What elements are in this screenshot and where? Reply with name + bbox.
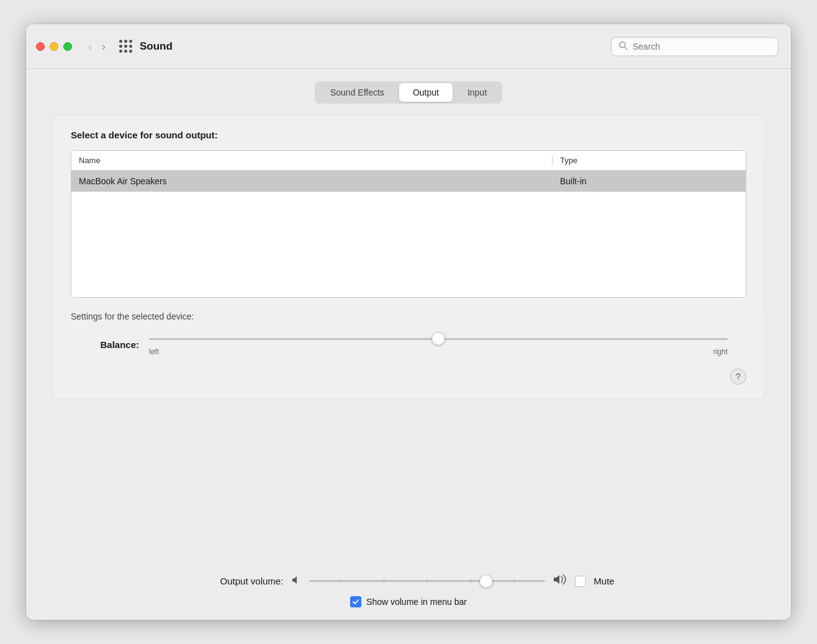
search-icon	[619, 41, 628, 51]
section-title: Select a device for sound output:	[71, 130, 746, 140]
volume-low-icon	[291, 575, 302, 588]
col-name-header: Name	[79, 156, 552, 165]
help-row: ?	[71, 369, 746, 385]
minimize-button[interactable]	[50, 42, 58, 51]
show-volume-label: Show volume in menu bar	[366, 597, 467, 607]
balance-slider-labels: left right	[149, 347, 728, 356]
output-volume-label: Output volume:	[202, 576, 283, 586]
balance-row: Balance: left right	[71, 333, 746, 356]
table-header: Name Type	[71, 151, 746, 171]
main-window: ‹ › Sound	[26, 24, 791, 620]
tabs-container: Sound Effects Output Input	[52, 81, 765, 104]
show-volume-checkbox[interactable]	[350, 596, 361, 607]
device-table: Name Type MacBook Air Speakers Built-in	[71, 150, 746, 298]
volume-row: Output volume:	[52, 573, 765, 589]
settings-section: Settings for the selected device: Balanc…	[71, 311, 746, 356]
table-empty-area	[71, 192, 746, 297]
search-input[interactable]	[633, 42, 770, 51]
tab-group: Sound Effects Output Input	[315, 81, 502, 104]
settings-label: Settings for the selected device:	[71, 311, 746, 321]
balance-left-label: left	[149, 347, 159, 356]
output-panel: Select a device for sound output: Name T…	[52, 115, 765, 400]
app-grid-dots	[119, 40, 132, 53]
mute-checkbox[interactable]	[575, 576, 586, 587]
col-type-header: Type	[552, 156, 738, 165]
volume-high-icon	[553, 573, 567, 589]
balance-slider-track[interactable]	[149, 333, 728, 345]
volume-slider-track[interactable]	[309, 575, 545, 588]
window-title: Sound	[140, 40, 173, 53]
grid-icon[interactable]	[119, 40, 132, 53]
titlebar: ‹ › Sound	[26, 24, 791, 69]
close-button[interactable]	[36, 42, 45, 51]
volume-slider-thumb[interactable]	[480, 575, 492, 588]
bottom-bar: Output volume:	[26, 562, 791, 620]
content-area: Sound Effects Output Input Select a devi…	[26, 69, 791, 562]
device-name: MacBook Air Speakers	[79, 176, 552, 186]
traffic-lights	[36, 42, 72, 51]
tab-sound-effects[interactable]: Sound Effects	[317, 83, 398, 102]
balance-slider-container: left right	[149, 333, 728, 356]
table-row[interactable]: MacBook Air Speakers Built-in	[71, 171, 746, 192]
device-type: Built-in	[552, 176, 738, 186]
balance-slider-line	[149, 338, 728, 340]
mute-label: Mute	[594, 576, 614, 586]
show-volume-row: Show volume in menu bar	[350, 596, 467, 607]
help-button[interactable]: ?	[730, 369, 746, 385]
back-button[interactable]: ‹	[84, 38, 96, 55]
nav-buttons: ‹ ›	[84, 38, 109, 55]
balance-slider-thumb[interactable]	[432, 333, 445, 345]
balance-right-label: right	[713, 347, 728, 356]
forward-button[interactable]: ›	[98, 38, 109, 55]
volume-slider-line	[309, 580, 545, 582]
balance-label: Balance:	[89, 339, 139, 350]
search-bar[interactable]	[611, 37, 779, 56]
tab-input[interactable]: Input	[454, 83, 500, 102]
svg-line-1	[625, 47, 627, 49]
tab-output[interactable]: Output	[399, 83, 453, 102]
maximize-button[interactable]	[63, 42, 72, 51]
